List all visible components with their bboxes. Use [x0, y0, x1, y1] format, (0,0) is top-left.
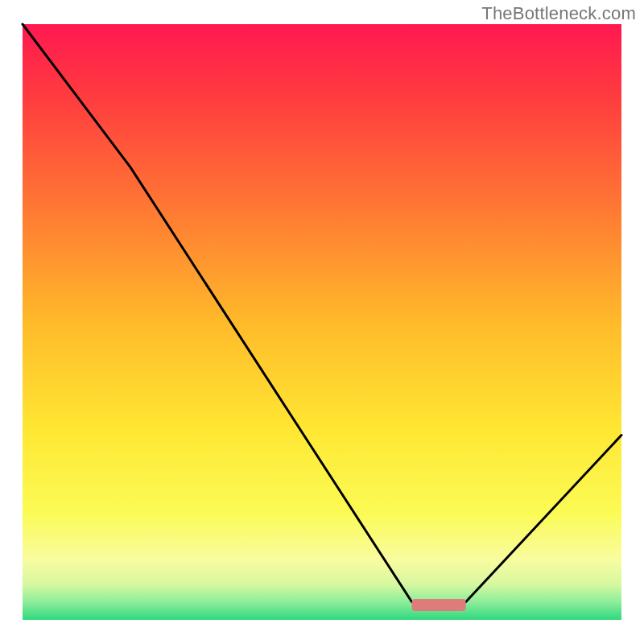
- bottleneck-chart: [0, 0, 644, 644]
- optimal-marker: [412, 599, 466, 611]
- watermark-label: TheBottleneck.com: [481, 3, 636, 24]
